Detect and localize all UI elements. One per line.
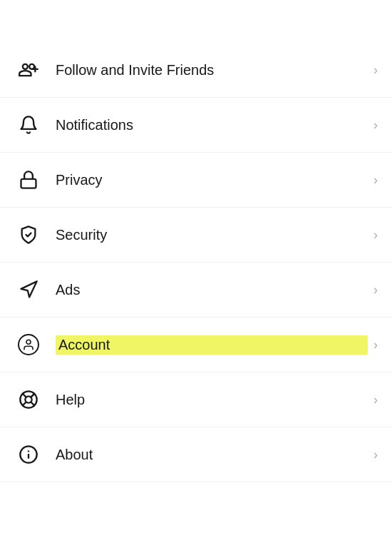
chevron-icon: ›: [373, 447, 378, 462]
menu-item-ads[interactable]: Ads ›: [0, 263, 392, 318]
menu-item-follow-invite[interactable]: Follow and Invite Friends ›: [0, 43, 392, 98]
privacy-label: Privacy: [56, 172, 368, 188]
chevron-icon: ›: [373, 392, 378, 407]
megaphone-icon: [14, 275, 43, 304]
svg-line-10: [23, 402, 26, 405]
menu-item-about[interactable]: About ›: [0, 427, 392, 482]
lifebuoy-icon: [14, 385, 43, 414]
info-circle-icon: [14, 440, 43, 469]
svg-line-9: [31, 395, 33, 397]
settings-menu: Follow and Invite Friends › Notification…: [0, 0, 392, 482]
chevron-icon: ›: [373, 63, 378, 78]
lock-icon: [14, 166, 43, 194]
menu-item-help[interactable]: Help ›: [0, 372, 392, 427]
svg-line-6: [23, 394, 26, 397]
menu-item-notifications[interactable]: Notifications ›: [0, 98, 392, 153]
help-label: Help: [56, 392, 368, 408]
ads-label: Ads: [56, 282, 368, 298]
bell-icon: [14, 111, 43, 139]
svg-line-7: [31, 402, 34, 405]
svg-rect-2: [21, 179, 36, 188]
chevron-icon: ›: [373, 228, 378, 243]
add-person-icon: [14, 56, 43, 84]
about-label: About: [56, 447, 368, 463]
chevron-icon: ›: [373, 173, 378, 188]
menu-item-privacy[interactable]: Privacy ›: [0, 153, 392, 208]
account-label: Account: [56, 335, 368, 355]
chevron-icon: ›: [373, 283, 378, 298]
chevron-icon: ›: [373, 118, 378, 133]
security-label: Security: [56, 227, 368, 243]
shield-check-icon: [14, 220, 43, 249]
notifications-label: Notifications: [56, 117, 368, 133]
person-circle-icon: [14, 330, 43, 359]
chevron-icon: ›: [373, 338, 378, 352]
menu-item-account[interactable]: Account ›: [0, 318, 392, 372]
svg-point-3: [26, 340, 31, 344]
follow-invite-label: Follow and Invite Friends: [56, 62, 368, 78]
menu-item-security[interactable]: Security ›: [0, 208, 392, 263]
